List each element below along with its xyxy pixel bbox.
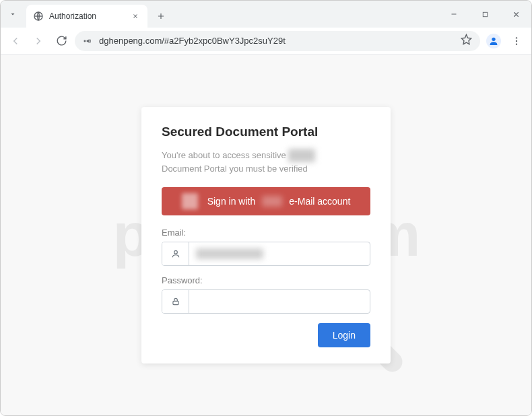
close-icon[interactable] xyxy=(130,11,141,22)
svg-point-5 xyxy=(516,37,517,38)
password-input[interactable] xyxy=(189,290,370,313)
email-input-group xyxy=(162,242,370,266)
svg-point-6 xyxy=(516,40,517,41)
bookmark-star-icon[interactable] xyxy=(461,34,472,48)
close-window-button[interactable] xyxy=(500,1,531,28)
avatar-icon xyxy=(486,34,501,48)
email-input[interactable] xyxy=(270,242,284,265)
svg-point-3 xyxy=(87,40,88,42)
tab-title: Authorization xyxy=(49,11,125,21)
site-info-icon[interactable] xyxy=(83,36,92,46)
password-input-group xyxy=(162,289,370,314)
card-title: Secured Document Portal xyxy=(162,125,370,139)
login-card: Secured Document Portal You're about to … xyxy=(141,107,391,363)
tab-search-dropdown[interactable] xyxy=(1,1,25,28)
minimize-button[interactable] xyxy=(438,1,469,28)
sso-signin-button[interactable]: Sign in with xx e-Mail account xyxy=(162,187,370,215)
back-button[interactable] xyxy=(6,32,25,50)
lock-icon xyxy=(162,290,189,313)
signin-text-prefix: Sign in with xyxy=(207,196,256,207)
svg-rect-1 xyxy=(483,12,487,16)
password-label: Password: xyxy=(162,275,370,285)
kebab-menu-icon[interactable] xyxy=(507,32,526,50)
reload-button[interactable] xyxy=(52,32,71,50)
new-tab-button[interactable] xyxy=(152,7,170,26)
globe-icon xyxy=(33,11,44,22)
email-value-redacted xyxy=(196,248,263,259)
forward-button[interactable] xyxy=(29,32,48,50)
maximize-button[interactable] xyxy=(469,1,500,28)
provider-logo-redacted xyxy=(182,193,198,209)
redacted-text: xxx xyxy=(288,149,315,162)
login-button[interactable]: Login xyxy=(318,323,370,347)
browser-tab[interactable]: Authorization xyxy=(26,5,147,28)
user-icon xyxy=(162,242,189,265)
signin-text-suffix: e-Mail account xyxy=(289,196,350,207)
svg-point-4 xyxy=(492,37,495,40)
url-text: dghenpeng.com/#a2Fyb2xpc0BwY3Jpc2suY29t xyxy=(99,36,454,46)
email-label: Email: xyxy=(162,228,370,238)
card-subtitle: You're about to access sensitive xxx Doc… xyxy=(162,149,370,175)
profile-button[interactable] xyxy=(484,32,503,50)
svg-point-10 xyxy=(174,250,177,254)
address-bar[interactable]: dghenpeng.com/#a2Fyb2xpc0BwY3Jpc2suY29t xyxy=(75,31,480,51)
redacted-text: xx xyxy=(262,196,282,207)
svg-point-7 xyxy=(516,43,517,44)
svg-point-2 xyxy=(84,40,86,42)
svg-rect-11 xyxy=(172,301,178,304)
